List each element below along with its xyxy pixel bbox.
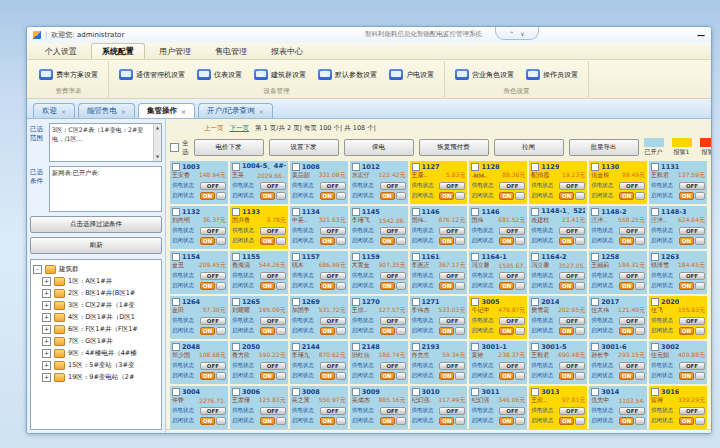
gate-stub-button[interactable] xyxy=(695,417,705,425)
meter-card[interactable]: 2148 旧红仙 186.74元 供电状态 OFF 启闭状态 ON xyxy=(350,341,408,384)
supply-off-button[interactable]: OFF xyxy=(380,317,406,325)
supply-off-button[interactable]: OFF xyxy=(559,407,585,415)
meter-card[interactable]: 2048 郑少国 108.68元 供电状态 OFF 启闭状态 ON xyxy=(170,341,228,384)
next-page-link[interactable]: 下一页 xyxy=(230,124,250,133)
gate-stub-button[interactable] xyxy=(635,372,645,380)
ribbon-button[interactable]: 操作员设置 xyxy=(524,67,580,82)
gate-on-button[interactable]: ON xyxy=(439,237,454,245)
card-checkbox[interactable] xyxy=(531,208,539,216)
supply-off-button[interactable]: OFF xyxy=(260,317,286,325)
meter-card[interactable]: 1157 钱木 686.99元 供电状态 OFF 启闭状态 ON xyxy=(290,251,348,294)
gate-on-button[interactable]: ON xyxy=(200,192,215,200)
gate-stub-button[interactable] xyxy=(515,417,525,425)
meter-card[interactable]: 2020 佳飞 155.93元 供电状态 OFF 启闭状态 ON xyxy=(649,296,707,339)
ribbon-button[interactable]: 默认参数设置 xyxy=(316,67,379,82)
meter-card[interactable]: 1154 金丑 209.45元 供电状态 OFF 启闭状态 ON xyxy=(170,251,228,294)
supply-off-button[interactable]: OFF xyxy=(380,227,406,235)
meter-card[interactable]: 1132 刘向明 36.37元 供电状态 OFF 启闭状态 ON xyxy=(170,206,228,249)
gate-stub-button[interactable] xyxy=(575,327,585,335)
gate-stub-button[interactable] xyxy=(515,372,525,380)
gate-on-button[interactable]: ON xyxy=(499,327,514,335)
menu-tab[interactable]: 报表中心 xyxy=(261,44,313,59)
meter-card[interactable]: 1270 王排.. 127.57元 供电状态 OFF 启闭状态 ON xyxy=(350,296,408,339)
tree-item[interactable]: + 3区：C区2#井（1#变 xyxy=(42,299,159,311)
meter-card[interactable]: 1004-5、4#一 王英 2029.66.. 供电状态 OFF 启闭状态 xyxy=(230,161,288,204)
supply-off-button[interactable]: OFF xyxy=(559,272,585,280)
gate-stub-button[interactable] xyxy=(635,282,645,290)
toolbar-button[interactable]: 保电 xyxy=(344,139,414,156)
card-checkbox[interactable] xyxy=(172,253,180,261)
gate-on-button[interactable]: ON xyxy=(200,237,215,245)
card-checkbox[interactable] xyxy=(352,163,360,171)
expand-icon[interactable]: + xyxy=(42,361,51,370)
gate-stub-button[interactable] xyxy=(455,192,465,200)
supply-off-button[interactable]: OFF xyxy=(619,317,645,325)
tree-item[interactable]: + 4区：D区1#井（D区1 xyxy=(42,311,159,323)
choose-filter-button[interactable]: 点击选择过滤条件 xyxy=(30,216,162,233)
menu-tab[interactable]: 售电管理 xyxy=(205,44,257,59)
supply-off-button[interactable]: OFF xyxy=(200,317,226,325)
card-checkbox[interactable] xyxy=(292,208,300,216)
card-checkbox[interactable] xyxy=(232,298,240,306)
gate-stub-button[interactable] xyxy=(515,327,525,335)
expand-icon[interactable]: + xyxy=(42,337,51,346)
card-checkbox[interactable] xyxy=(471,208,479,216)
supply-off-button[interactable]: OFF xyxy=(380,272,406,280)
gate-stub-button[interactable] xyxy=(216,282,226,290)
meter-card[interactable]: 3002 佳元娟 409.88元 供电状态 OFF 启闭状态 ON xyxy=(649,341,707,384)
meter-card[interactable]: 1146 国伟.. 876.12元 供电状态 OFF 启闭状态 ON xyxy=(410,206,468,249)
card-checkbox[interactable] xyxy=(352,388,360,396)
gate-stub-button[interactable] xyxy=(396,372,406,380)
card-checkbox[interactable] xyxy=(531,253,539,261)
gate-on-button[interactable]: ON xyxy=(619,192,634,200)
ribbon-button[interactable]: 户电设置 xyxy=(387,67,436,82)
supply-off-button[interactable]: OFF xyxy=(200,407,226,415)
supply-off-button[interactable]: OFF xyxy=(439,407,465,415)
gate-stub-button[interactable] xyxy=(216,372,226,380)
meter-card[interactable]: 1264 金田 57.30元 供电状态 OFF 启闭状态 ON xyxy=(170,296,228,339)
gate-stub-button[interactable] xyxy=(396,417,406,425)
supply-off-button[interactable]: OFF xyxy=(200,227,226,235)
supply-off-button[interactable]: OFF xyxy=(439,272,465,280)
close-icon[interactable]: × xyxy=(181,108,186,115)
gate-on-button[interactable]: ON xyxy=(439,417,454,425)
gate-stub-button[interactable] xyxy=(216,417,226,425)
gate-on-button[interactable]: ON xyxy=(380,417,395,425)
document-tab[interactable]: 开户/纪录查询 × xyxy=(198,103,273,118)
gate-on-button[interactable]: ON xyxy=(260,237,275,245)
card-checkbox[interactable] xyxy=(471,298,479,306)
card-checkbox[interactable] xyxy=(412,388,420,396)
card-checkbox[interactable] xyxy=(292,163,300,171)
card-checkbox[interactable] xyxy=(232,343,240,351)
supply-off-button[interactable]: OFF xyxy=(439,362,465,370)
supply-off-button[interactable]: OFF xyxy=(320,272,346,280)
gate-stub-button[interactable] xyxy=(635,237,645,245)
card-checkbox[interactable] xyxy=(172,298,180,306)
card-checkbox[interactable] xyxy=(352,253,360,261)
card-checkbox[interactable] xyxy=(172,208,180,216)
meter-card[interactable]: 2144 李瑾九 870.62元 供电状态 OFF 启闭状态 ON xyxy=(290,341,348,384)
card-checkbox[interactable] xyxy=(412,163,420,171)
toolbar-button[interactable]: 电价下发 xyxy=(194,139,264,156)
meter-card[interactable]: 3016 留得 339.29元 供电状态 OFF 启闭状态 ON xyxy=(649,386,707,429)
scroll-up-icon[interactable]: ▲ xyxy=(156,125,159,131)
scroll-down-icon[interactable]: ▼ xyxy=(156,154,159,160)
supply-off-button[interactable]: OFF xyxy=(499,227,525,235)
card-checkbox[interactable] xyxy=(412,343,420,351)
tree-item[interactable]: + 6区：F区1#井（F区1# xyxy=(42,323,159,335)
meter-card[interactable]: 1265 刘耀耀 195.09元 供电状态 OFF 启闭状态 ON xyxy=(230,296,288,339)
tree-root[interactable]: - 建筑群 xyxy=(33,263,159,275)
menu-tab[interactable]: 用户管理 xyxy=(149,44,201,59)
card-checkbox[interactable] xyxy=(651,343,659,351)
gate-on-button[interactable]: ON xyxy=(260,327,275,335)
gate-on-button[interactable]: ON xyxy=(559,237,574,245)
gate-stub-button[interactable] xyxy=(695,327,705,335)
meter-card[interactable]: 1127 王康.. 5.83元 供电状态 OFF 启闭状态 ON xyxy=(410,161,468,204)
supply-off-button[interactable]: OFF xyxy=(679,407,705,415)
supply-off-button[interactable]: OFF xyxy=(619,272,645,280)
gate-on-button[interactable]: ON xyxy=(499,192,514,200)
card-checkbox[interactable] xyxy=(412,298,420,306)
supply-off-button[interactable]: OFF xyxy=(260,272,286,280)
card-checkbox[interactable] xyxy=(232,163,240,171)
ribbon-button[interactable]: 仪表设置 xyxy=(195,67,244,82)
